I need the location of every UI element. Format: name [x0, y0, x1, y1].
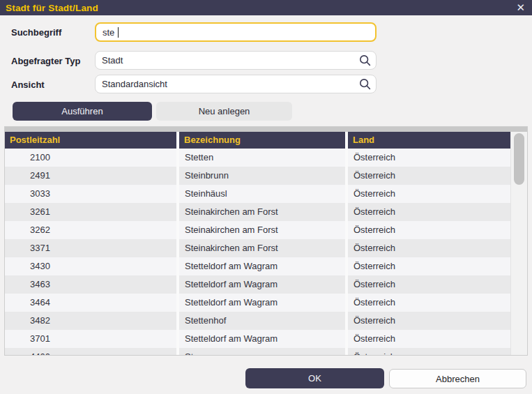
cell-land[interactable]: Österreich: [348, 203, 510, 221]
cell-land[interactable]: Österreich: [348, 330, 510, 348]
cell-postleitzahl[interactable]: 2100: [5, 149, 176, 167]
column-header-land[interactable]: Land: [348, 132, 510, 149]
table-row[interactable]: 3464 Stetteldorf am Wagram Österreich: [5, 294, 510, 312]
text-caret: [118, 27, 119, 38]
cell-bezeichnung[interactable]: Steyr: [179, 348, 345, 356]
cell-postleitzahl[interactable]: 3463: [5, 275, 176, 294]
cell-postleitzahl[interactable]: 2491: [5, 167, 176, 185]
cell-bezeichnung[interactable]: Stetteldorf am Wagram: [179, 257, 345, 275]
queried-type-input[interactable]: [102, 55, 358, 66]
cell-postleitzahl[interactable]: 3464: [5, 294, 176, 312]
cell-land[interactable]: Österreich: [348, 149, 510, 167]
cell-postleitzahl[interactable]: 3262: [5, 221, 176, 239]
search-icon[interactable]: [358, 77, 372, 91]
cell-land[interactable]: Österreich: [348, 257, 510, 275]
cell-land[interactable]: Österreich: [348, 167, 510, 185]
table-row[interactable]: 3033 Steinhäusl Österreich: [5, 185, 510, 203]
cell-postleitzahl[interactable]: 3482: [5, 312, 176, 330]
create-new-button[interactable]: Neu anlegen: [156, 102, 292, 121]
queried-type-field[interactable]: [95, 51, 377, 70]
column-header-postleitzahl[interactable]: Postleitzahl: [5, 132, 176, 149]
cell-bezeichnung[interactable]: Stetteldorf am Wagram: [179, 294, 345, 312]
view-field[interactable]: [95, 75, 377, 93]
table-row[interactable]: 3701 Stetteldorf am Wagram Österreich: [5, 330, 510, 348]
view-input[interactable]: [102, 79, 358, 89]
cell-bezeichnung[interactable]: Steinbrunn: [179, 167, 345, 185]
cell-land[interactable]: Österreich: [348, 275, 510, 294]
cell-land[interactable]: Österreich: [348, 348, 510, 356]
cell-postleitzahl[interactable]: 3701: [5, 330, 176, 348]
table-row[interactable]: 3482 Stettenhof Österreich: [5, 312, 510, 330]
cell-land[interactable]: Österreich: [348, 312, 510, 330]
vertical-scrollbar-track[interactable]: [510, 132, 527, 356]
table-header-row: Postleitzahl Bezeichnung Land: [5, 132, 510, 149]
cell-postleitzahl[interactable]: 3371: [5, 239, 176, 257]
cell-bezeichnung[interactable]: Stettenhof: [179, 312, 345, 330]
table-body: 2100 Stetten Österreich 2491 Steinbrunn …: [5, 149, 510, 356]
queried-type-label: Abgefragter Typ: [11, 56, 93, 66]
search-term-field[interactable]: [95, 22, 377, 42]
table-row[interactable]: 2491 Steinbrunn Österreich: [5, 167, 510, 185]
table-row[interactable]: 3261 Steinakirchen am Forst Österreich: [5, 203, 510, 221]
table-row[interactable]: 3463 Stetteldorf am Wagram Österreich: [5, 275, 510, 294]
table-row[interactable]: 3371 Steinakirchen am Forst Österreich: [5, 239, 510, 257]
cell-bezeichnung[interactable]: Steinhäusl: [179, 185, 345, 203]
cell-land[interactable]: Österreich: [348, 294, 510, 312]
search-icon[interactable]: [358, 54, 372, 67]
ok-button[interactable]: OK: [245, 368, 384, 388]
cell-bezeichnung[interactable]: Steinakirchen am Forst: [179, 203, 345, 221]
cell-postleitzahl[interactable]: 4400: [5, 348, 176, 356]
cancel-button[interactable]: Abbrechen: [389, 369, 526, 388]
cell-land[interactable]: Österreich: [348, 185, 510, 203]
cell-bezeichnung[interactable]: Steinakirchen am Forst: [179, 221, 345, 239]
column-header-bezeichnung[interactable]: Bezeichnung: [179, 132, 345, 149]
table-row[interactable]: 3430 Stetteldorf am Wagram Österreich: [5, 257, 510, 275]
vertical-scrollbar-thumb[interactable]: [514, 133, 524, 185]
cell-postleitzahl[interactable]: 3033: [5, 185, 176, 203]
dialog-title: Stadt für Stadt/Land: [6, 3, 98, 13]
results-table: Postleitzahl Bezeichnung Land 2100 Stett…: [4, 126, 528, 356]
close-icon[interactable]: ✕: [516, 0, 525, 15]
cell-postleitzahl[interactable]: 3430: [5, 257, 176, 275]
view-label: Ansicht: [11, 79, 93, 90]
search-term-label: Suchbegriff: [11, 27, 93, 38]
cell-land[interactable]: Österreich: [348, 221, 510, 239]
cell-bezeichnung[interactable]: Stetten: [179, 149, 345, 167]
cell-bezeichnung[interactable]: Steinakirchen am Forst: [179, 239, 345, 257]
dialog-titlebar: Stadt für Stadt/Land ✕: [0, 0, 532, 15]
cell-postleitzahl[interactable]: 3261: [5, 203, 176, 221]
cell-land[interactable]: Österreich: [348, 239, 510, 257]
table-resize-grip[interactable]: [5, 127, 527, 132]
execute-button[interactable]: Ausführen: [13, 102, 152, 121]
cell-bezeichnung[interactable]: Stetteldorf am Wagram: [179, 275, 345, 294]
table-row[interactable]: 4400 Steyr Österreich: [5, 348, 510, 356]
cell-bezeichnung[interactable]: Stetteldorf am Wagram: [179, 330, 345, 348]
table-row[interactable]: 2100 Stetten Österreich: [5, 149, 510, 167]
table-row[interactable]: 3262 Steinakirchen am Forst Österreich: [5, 221, 510, 239]
search-term-input[interactable]: [102, 27, 118, 38]
